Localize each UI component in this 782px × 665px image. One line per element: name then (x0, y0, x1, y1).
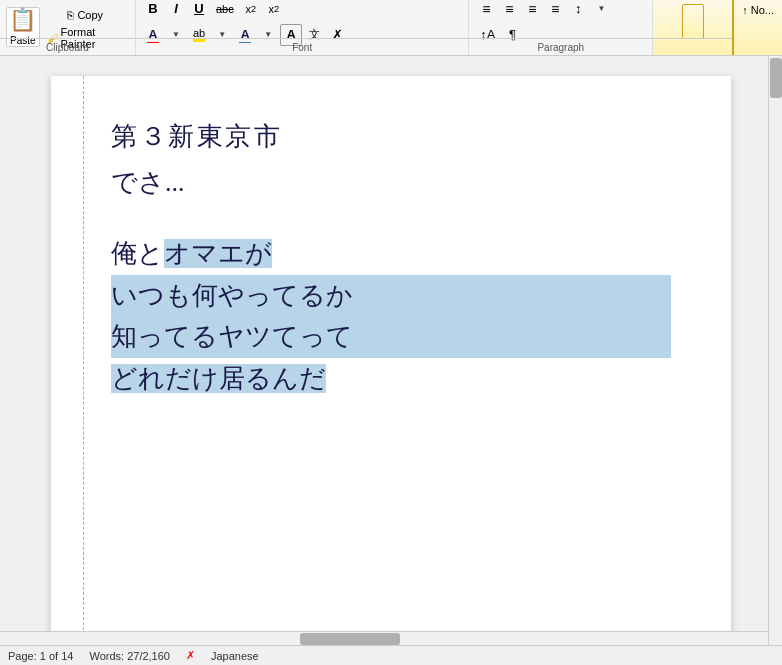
vertical-scrollbar[interactable] (768, 56, 782, 645)
spell-check-icon[interactable]: ✗ (186, 649, 195, 662)
paragraph1-selected: オマエが (164, 239, 272, 268)
no-spacing-area: ↑ No... (733, 0, 782, 55)
toolbar: 📋 Paste ⎘ Copy 🖌 Format Painter Clipboar… (0, 0, 782, 56)
normal-style-button[interactable] (682, 4, 704, 39)
no-spacing-label: ↑ No... (742, 4, 774, 16)
strikethrough-button[interactable]: abc (211, 0, 239, 20)
document-page: 第３新東京市 でさ... 俺とオマエが いつも何やってるか 知ってるヤツてって … (51, 76, 731, 645)
paragraph-line2: いつも何やってるか (111, 275, 671, 317)
margin-line (83, 76, 84, 645)
clipboard-section: 📋 Paste ⎘ Copy 🖌 Format Painter Clipboar… (0, 0, 136, 55)
paragraph-label: Paragraph (469, 42, 652, 53)
clipboard-divider (0, 38, 135, 39)
paragraph1-prefix: 俺と (111, 239, 164, 268)
paste-button[interactable]: 📋 Paste (6, 7, 40, 47)
font-section: B I U abc x2 x2 A ▼ ab ▼ (136, 0, 469, 55)
align-center-button[interactable]: ≡ (498, 0, 520, 20)
font-label: Font (136, 42, 468, 53)
copy-icon: ⎘ (67, 9, 74, 21)
body-paragraph: 俺とオマエが いつも何やってるか 知ってるヤツてって どれだけ居るんだ (111, 233, 671, 399)
status-bar: Page: 1 of 14 Words: 27/2,160 ✗ Japanese (0, 645, 782, 665)
align-right-button[interactable]: ≡ (521, 0, 543, 20)
justify-button[interactable]: ≡ (544, 0, 566, 20)
copy-label: Copy (77, 9, 103, 21)
underline-button[interactable]: U (188, 0, 210, 20)
font-row1: B I U abc x2 x2 (142, 0, 462, 20)
paragraph-divider (469, 38, 652, 39)
align-left-button[interactable]: ≡ (475, 0, 497, 20)
clipboard-label: Clipboard (0, 42, 135, 53)
bold-button[interactable]: B (142, 0, 164, 20)
heading-line1: 第３新東京市 (111, 116, 671, 158)
styles-section (653, 0, 733, 55)
line-spacing-dropdown[interactable]: ▼ (590, 0, 612, 20)
font-divider (136, 38, 468, 39)
scrollbar-thumb-v[interactable] (770, 58, 782, 98)
superscript-button[interactable]: x2 (263, 0, 285, 20)
subscript-button[interactable]: x2 (240, 0, 262, 20)
heading-line2: でさ... (111, 162, 671, 204)
heading-block: 第３新東京市 でさ... (111, 116, 671, 203)
paragraph-line3: 知ってるヤツてって (111, 316, 671, 358)
paragraph-row1: ≡ ≡ ≡ ≡ ↕ ▼ (475, 0, 612, 20)
styles-divider (653, 38, 732, 39)
page-info: Page: 1 of 14 (8, 650, 73, 662)
copy-button[interactable]: ⎘ Copy (42, 4, 129, 26)
paragraph-line4: どれだけ居るんだ (111, 358, 671, 400)
horizontal-scrollbar[interactable] (0, 631, 768, 645)
scrollbar-thumb-h[interactable] (300, 633, 400, 645)
word-count: Words: 27/2,160 (89, 650, 170, 662)
document-area: 第３新東京市 でさ... 俺とオマエが いつも何やってるか 知ってるヤツてって … (0, 56, 782, 645)
paragraph-line1: 俺とオマエが (111, 233, 671, 275)
language-indicator[interactable]: Japanese (211, 650, 259, 662)
line-spacing-button[interactable]: ↕ (567, 0, 589, 20)
paragraph4-selected: どれだけ居るんだ (111, 364, 326, 393)
italic-button[interactable]: I (165, 0, 187, 20)
paragraph-section: ≡ ≡ ≡ ≡ ↕ ▼ ↕A ¶ Paragraph (469, 0, 653, 55)
styles-content (659, 4, 726, 39)
